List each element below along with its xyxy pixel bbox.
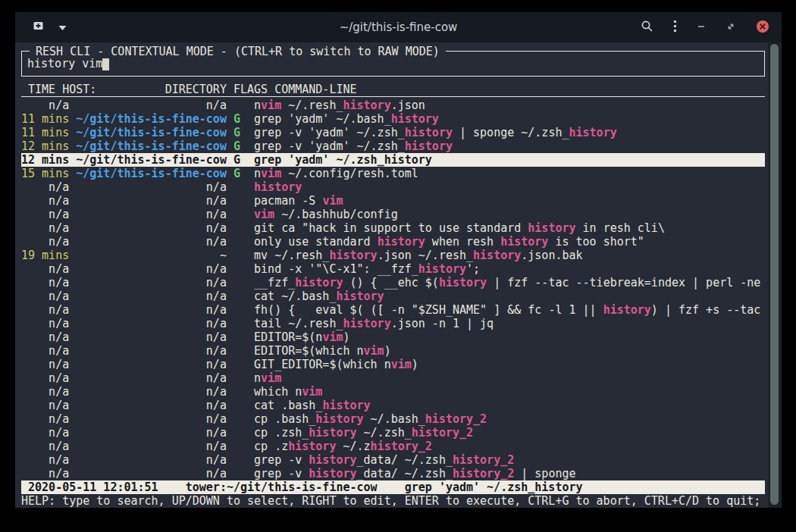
restore-icon (725, 21, 736, 34)
kebab-menu-icon (673, 20, 677, 35)
new-tab-icon (32, 20, 45, 35)
resh-box-title: RESH CLI - CONTEXTUAL MODE - (CTRL+R to … (30, 45, 446, 58)
history-row[interactable]: n/a n/a pacman -S vim (21, 194, 765, 208)
history-row[interactable]: n/a n/a grep -v history_data/ ~/.zsh_his… (21, 467, 765, 480)
scrollbar-thumb[interactable] (770, 44, 779, 505)
history-row[interactable]: n/a n/a __fzf_history () { __ehc $(histo… (21, 276, 765, 289)
history-row[interactable]: n/a n/a cp .bash_history ~/.bash_history… (21, 412, 765, 426)
scrollbar[interactable] (768, 42, 782, 508)
search-query-text: history vim (27, 57, 102, 70)
status-bar: 2020-05-11 12:01:51 tower:~/git/this-is-… (21, 480, 765, 494)
history-row[interactable]: n/a n/a history (21, 180, 765, 194)
close-button[interactable] (756, 20, 769, 36)
history-row[interactable]: 12 mins ~/git/this-is-fine-cow G grep -v… (21, 139, 765, 153)
history-row[interactable]: n/a n/a tail ~/.resh_history.json -n 1 |… (21, 317, 765, 330)
history-row[interactable]: n/a n/a nvim ~/.resh_history.json (21, 99, 765, 112)
search-icon (641, 20, 653, 35)
minimize-button[interactable] (697, 22, 706, 33)
minimize-icon (697, 22, 706, 33)
history-row[interactable]: n/a n/a bind -x '"\C-x1": __fzf_history'… (21, 262, 765, 276)
restore-button[interactable] (725, 21, 736, 34)
menu-button[interactable] (673, 20, 677, 35)
tab-dropdown-button[interactable] (58, 22, 67, 33)
chevron-down-icon (58, 22, 67, 33)
history-row[interactable]: n/a n/a cp .zhistory ~/.zhistory_2 (21, 440, 765, 453)
history-row[interactable]: 15 mins ~/git/this-is-fine-cow G nvim ~/… (21, 167, 765, 180)
history-row[interactable]: 19 mins ~ mv ~/.resh_history.json ~/.res… (21, 249, 765, 262)
titlebar: ~/git/this-is-fine-cow (15, 12, 782, 42)
history-row[interactable]: 12 mins ~/git/this-is-fine-cow G grep 'y… (21, 153, 765, 167)
history-row[interactable]: 11 mins ~/git/this-is-fine-cow G grep -v… (21, 126, 765, 139)
history-row[interactable]: n/a n/a EDITOR=$(which nvim) (21, 344, 765, 358)
history-row[interactable]: n/a n/a git ca "hack in support to use s… (21, 221, 765, 235)
history-row[interactable]: n/a n/a only use standard history when r… (21, 235, 765, 249)
history-row[interactable]: n/a n/a grep -v history_data/ ~/.zsh_his… (21, 453, 765, 467)
close-icon (756, 20, 769, 36)
history-row[interactable]: n/a n/a EDITOR=$(nvim) (21, 330, 765, 344)
history-row[interactable]: n/a n/a which nvim (21, 385, 765, 399)
resh-search-box: RESH CLI - CONTEXTUAL MODE - (CTRL+R to … (21, 51, 765, 77)
terminal-body: RESH CLI - CONTEXTUAL MODE - (CTRL+R to … (15, 42, 782, 508)
history-row[interactable]: n/a n/a GIT_EDITOR=$(which nvim) (21, 358, 765, 371)
history-list: n/a n/a nvim ~/.resh_history.json11 mins… (21, 99, 765, 480)
text-cursor (102, 58, 109, 70)
terminal-window: ~/git/this-is-fine-cow (15, 12, 782, 508)
search-button[interactable] (641, 20, 653, 35)
new-tab-button[interactable] (32, 20, 45, 35)
history-row[interactable]: 11 mins ~/git/this-is-fine-cow G grep 'y… (21, 112, 765, 126)
history-row[interactable]: n/a n/a cp .zsh_history ~/.zsh_history_2 (21, 426, 765, 440)
history-row[interactable]: n/a n/a nvim (21, 371, 765, 385)
history-row[interactable]: n/a n/a vim ~/.bashhub/config (21, 208, 765, 221)
history-table-header: TIME HOST: DIRECTORY FLAGS COMMAND-LINE (21, 83, 765, 97)
help-line: HELP: type to search, UP/DOWN to select,… (21, 494, 765, 508)
history-row[interactable]: n/a n/a cat .bash_history (21, 399, 765, 412)
history-row[interactable]: n/a n/a fh() { eval $( ([ -n "$ZSH_NAME"… (21, 303, 765, 317)
history-row[interactable]: n/a n/a cat ~/.bash_history (21, 289, 765, 303)
